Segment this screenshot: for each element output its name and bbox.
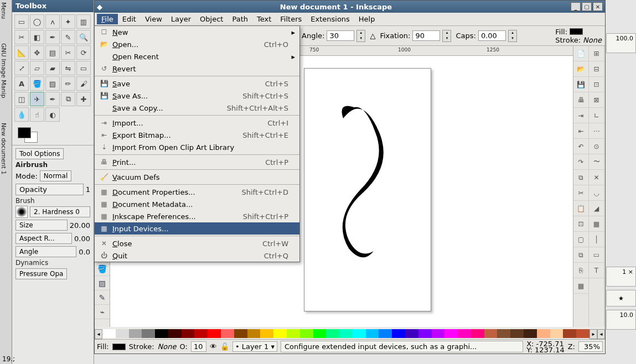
paths-tool-icon[interactable]: ✒: [45, 30, 60, 44]
palette-menu-icon[interactable]: ◂: [597, 329, 605, 339]
snap-text-icon[interactable]: T: [589, 263, 604, 278]
snap-guide-icon[interactable]: │: [589, 232, 604, 247]
palette-swatch[interactable]: [458, 329, 471, 338]
snap-grid-icon[interactable]: ▦: [589, 216, 604, 232]
clone-tool-icon[interactable]: ⧉: [61, 92, 75, 106]
menu-item-save-as-[interactable]: 💾Save As...Shift+Ctrl+S: [95, 90, 299, 102]
angle-input[interactable]: [327, 30, 354, 41]
menu-item-revert[interactable]: ↺Revert: [95, 63, 299, 75]
snap-toggle-icon[interactable]: ⊞: [589, 46, 604, 61]
taskbar-tab-gimp[interactable]: GNU Image Manip: [0, 41, 7, 98]
heal-tool-icon[interactable]: ✚: [76, 92, 91, 106]
zoom-input[interactable]: [578, 341, 603, 352]
align-tool-icon[interactable]: ▤: [45, 45, 60, 60]
palette-swatch[interactable]: [300, 329, 313, 338]
palette-swatch[interactable]: [102, 329, 116, 338]
clone-icon[interactable]: ⎘: [573, 263, 588, 278]
palette-swatch[interactable]: [444, 329, 458, 338]
blur-tool-icon[interactable]: 💧: [14, 107, 29, 122]
opacity-input[interactable]: [191, 341, 206, 352]
eraser-tool-icon[interactable]: ◫: [14, 92, 29, 106]
fg-color-swatch[interactable]: [18, 127, 31, 138]
palette-swatch[interactable]: [247, 329, 261, 338]
taskbar-tab-inkscape[interactable]: New document 1: [0, 121, 7, 174]
menu-item-document-metadata-[interactable]: ▦Document Metadata...: [95, 198, 299, 210]
palette-swatch[interactable]: [550, 329, 563, 338]
measure-tool-icon[interactable]: 📐: [14, 45, 29, 60]
opacity-slider[interactable]: Opacity: [15, 184, 84, 195]
pencil-tool-icon[interactable]: ✏: [61, 76, 75, 91]
palette-swatch[interactable]: [273, 329, 287, 338]
palette-swatch[interactable]: [432, 329, 445, 338]
menu-item-document-properties-[interactable]: ▦Document Properties...Shift+Ctrl+D: [95, 186, 299, 198]
bucket-tool-icon[interactable]: 🪣: [30, 76, 44, 91]
snap-intersect-icon[interactable]: ✕: [589, 170, 604, 185]
paste-icon[interactable]: 📋: [573, 201, 588, 216]
eyedropper-tool-icon[interactable]: ✎: [61, 30, 75, 44]
snap-path-icon[interactable]: 〜: [589, 154, 604, 170]
layer-selector[interactable]: • Layer 1 ▾: [232, 341, 277, 352]
palette-swatch[interactable]: [194, 329, 208, 338]
menu-item-export-bitmap-[interactable]: ⇤Export Bitmap...Shift+Ctrl+E: [95, 129, 299, 141]
fixation-spinner[interactable]: ▴▾: [442, 30, 451, 42]
mode-dropdown[interactable]: Normal: [40, 170, 71, 181]
maximize-button[interactable]: ▢: [582, 2, 592, 11]
perspective-tool-icon[interactable]: ▰: [45, 61, 60, 75]
menu-extensions[interactable]: Extensions: [306, 14, 354, 24]
palette-swatch[interactable]: [353, 329, 366, 338]
palette-swatch[interactable]: [537, 329, 550, 338]
dynamics-selector[interactable]: Pressure Opa: [15, 268, 67, 279]
menu-item-quit[interactable]: ⏻QuitCtrl+Q: [95, 249, 299, 262]
snap-center-icon[interactable]: ⊙: [589, 139, 604, 154]
angle-slider[interactable]: Angle: [15, 246, 76, 257]
palette-swatch[interactable]: [221, 329, 234, 338]
palette-swatch[interactable]: [497, 329, 510, 338]
snap-smooth-icon[interactable]: ◡: [589, 185, 604, 201]
menu-text[interactable]: Text: [252, 14, 276, 24]
aspect-slider[interactable]: Aspect R...: [15, 233, 72, 244]
menu-item-save-a-copy-[interactable]: Save a Copy...Shift+Ctrl+Alt+S: [95, 102, 299, 114]
snap-corner-icon[interactable]: ∟: [589, 108, 604, 123]
palette-left-icon[interactable]: ◂: [95, 329, 102, 339]
menu-item-inkscape-preferences-[interactable]: ▦Inkscape Preferences...Shift+Ctrl+P: [95, 210, 299, 222]
menu-item-import-from-open-clip-art-library[interactable]: ⇣Import From Open Clip Art Library: [95, 141, 299, 153]
palette-swatch[interactable]: [576, 329, 590, 338]
print-icon[interactable]: 🖶: [573, 92, 588, 108]
caps-spinner[interactable]: ▴▾: [508, 30, 517, 42]
palette-swatch[interactable]: [563, 329, 576, 338]
duplicate-icon[interactable]: ⧉: [573, 247, 588, 263]
palette-swatch[interactable]: [208, 329, 221, 338]
palette-swatch[interactable]: [287, 329, 300, 338]
scale-tool-icon[interactable]: ⤢: [14, 61, 29, 75]
connector-tool-icon[interactable]: ⌁: [95, 305, 110, 319]
smudge-tool-icon[interactable]: ☝: [30, 107, 44, 122]
palette-swatch[interactable]: [405, 329, 418, 338]
scissors-tool-icon[interactable]: ✂: [14, 30, 29, 44]
new-doc-icon[interactable]: 📄: [573, 46, 588, 61]
menu-item-close[interactable]: ✕CloseCtrl+W: [95, 237, 299, 249]
gradient-tool-icon[interactable]: ▨: [95, 276, 110, 290]
menu-edit[interactable]: Edit: [118, 14, 141, 24]
foreground-tool-icon[interactable]: ◧: [30, 30, 44, 44]
zoom-fit-icon[interactable]: ⊡: [573, 216, 588, 232]
palette-swatch[interactable]: [260, 329, 273, 338]
snap-bbox-icon[interactable]: ⊡: [589, 77, 604, 92]
right-value-1[interactable]: 100.0: [606, 33, 636, 53]
cage-tool-icon[interactable]: ▭: [76, 61, 91, 75]
snap-edge-icon[interactable]: ⊠: [589, 92, 604, 108]
undo-icon[interactable]: ↶: [573, 139, 588, 154]
crop-tool-icon[interactable]: ✂: [61, 45, 75, 60]
dropper-tool-icon[interactable]: ✎: [95, 290, 110, 305]
palette-swatch[interactable]: [339, 329, 353, 338]
rect-select-tool-icon[interactable]: ▭: [14, 14, 29, 29]
menu-item-import-[interactable]: ⇥Import...Ctrl+I: [95, 117, 299, 129]
palette-swatch[interactable]: [326, 329, 339, 338]
right-value-2[interactable]: 1 ×: [606, 267, 636, 287]
menu-help[interactable]: Help: [354, 14, 380, 24]
menu-item-open-recent[interactable]: Open Recent▸: [95, 50, 299, 63]
snap-cusp-icon[interactable]: ◢: [589, 201, 604, 216]
gimp-titlebar[interactable]: Toolbox: [12, 0, 94, 12]
group-icon[interactable]: ▦: [573, 278, 588, 294]
airbrush-tool-icon[interactable]: ✈: [30, 92, 44, 106]
snap-node-icon[interactable]: ⊟: [589, 61, 604, 77]
